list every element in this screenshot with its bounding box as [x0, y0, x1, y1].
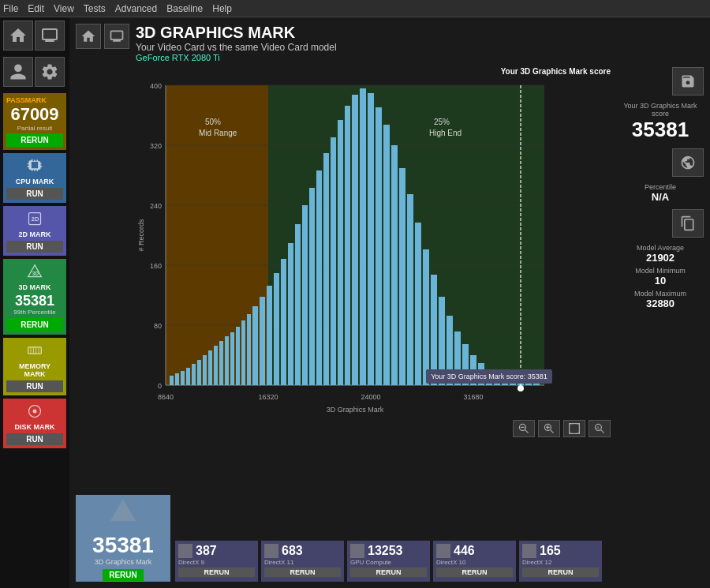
tile-dx11-btn[interactable]: RERUN — [264, 567, 341, 577]
menu-help[interactable]: Help — [212, 3, 232, 14]
svg-rect-58 — [368, 93, 374, 385]
svg-rect-36 — [219, 341, 223, 385]
svg-rect-53 — [331, 137, 336, 385]
tile-dx12-btn[interactable]: RERUN — [522, 567, 599, 577]
model-min-row: Model Minimum 10 — [617, 267, 704, 287]
d2-icon: 2D — [6, 209, 63, 228]
menu-view[interactable]: View — [54, 3, 74, 14]
mem-label: MEMORY MARK — [6, 361, 63, 380]
d2-section: 2D 2D MARK RUN — [3, 206, 66, 256]
cpu-run-btn[interactable]: RUN — [6, 188, 63, 200]
menubar: File Edit View Tests Advanced Baseline H… — [0, 0, 710, 17]
stats-compare-icon[interactable] — [672, 209, 704, 238]
svg-rect-66 — [431, 275, 437, 385]
home-icon[interactable] — [3, 21, 33, 51]
d3-rerun-btn[interactable]: RERUN — [6, 318, 63, 331]
svg-text:High End: High End — [429, 129, 462, 137]
svg-rect-27 — [170, 376, 174, 385]
monitor-icon[interactable] — [35, 21, 65, 51]
svg-rect-43 — [260, 297, 265, 385]
svg-text:2D: 2D — [32, 215, 39, 223]
zoom-controls: A — [76, 420, 611, 437]
svg-rect-33 — [203, 355, 207, 385]
tile-gpu-btn[interactable]: RERUN — [350, 567, 427, 577]
svg-text:50%: 50% — [205, 118, 221, 126]
tile-dx11-top: 683 — [264, 544, 341, 558]
svg-rect-56 — [352, 95, 358, 385]
svg-rect-65 — [423, 249, 429, 385]
svg-rect-28 — [175, 373, 179, 385]
main-layout: PASSMARK 67009 Partial result RERUN CPU … — [0, 17, 710, 588]
sidebar: PASSMARK 67009 Partial result RERUN CPU … — [0, 17, 69, 588]
main-score-label: 3D Graphics Mark — [95, 558, 152, 566]
zoom-out-btn[interactable] — [513, 420, 535, 437]
svg-point-92 — [518, 385, 524, 391]
person-icon[interactable] — [3, 57, 33, 87]
zoom-in-btn[interactable] — [538, 420, 560, 437]
passmark-partial: Partial result — [6, 125, 63, 132]
svg-rect-50 — [309, 188, 315, 385]
d3-percentile: 99th Percentile — [6, 309, 63, 316]
zoom-fit-btn[interactable] — [563, 420, 585, 437]
tile-dx10-label: DirectX 10 — [436, 559, 513, 566]
svg-text:160: 160 — [150, 262, 162, 270]
d2-run-btn[interactable]: RUN — [6, 241, 63, 253]
svg-rect-4 — [28, 347, 42, 354]
svg-rect-54 — [338, 120, 343, 385]
model-max-label: Model Maximum — [617, 290, 704, 298]
svg-text:0: 0 — [158, 382, 162, 390]
menu-baseline[interactable]: Baseline — [166, 3, 203, 14]
header-home-icon[interactable] — [76, 24, 101, 49]
tile-dx10-top: 446 — [436, 544, 513, 558]
svg-text:# Records: # Records — [137, 219, 145, 252]
svg-text:320: 320 — [150, 142, 162, 150]
histogram-chart: 0 80 160 240 320 400 # Records — [76, 77, 611, 417]
mem-run-btn[interactable]: RUN — [6, 380, 63, 392]
cpu-icon — [6, 156, 63, 175]
svg-rect-49 — [302, 205, 308, 385]
sub-tiles: 387 DirectX 9 RERUN 683 DirectX 11 RERUN — [175, 541, 704, 582]
menu-advanced[interactable]: Advanced — [115, 3, 157, 14]
settings-icon[interactable] — [35, 57, 65, 87]
tile-dx11: 683 DirectX 11 RERUN — [261, 541, 344, 582]
svg-text:Mid Range: Mid Range — [199, 129, 237, 137]
tile-dx9-btn[interactable]: RERUN — [178, 567, 255, 577]
chart-svg-wrap: 0 80 160 240 320 400 # Records — [76, 77, 611, 417]
header-monitor-icon[interactable] — [104, 24, 129, 49]
tile-gpu-icon — [350, 544, 364, 558]
svg-text:25%: 25% — [434, 118, 450, 126]
menu-tests[interactable]: Tests — [84, 3, 106, 14]
svg-rect-35 — [214, 346, 218, 385]
page-subtitle: Your Video Card vs the same Video Card m… — [136, 42, 704, 53]
svg-rect-42 — [252, 306, 258, 385]
tile-dx11-score: 683 — [282, 544, 303, 558]
stats-save-icon[interactable] — [672, 67, 704, 96]
mem-section: MEMORY MARK RUN — [3, 338, 66, 395]
svg-text:Your 3D Graphics Mark score: 3: Your 3D Graphics Mark score: 35381 — [431, 373, 547, 380]
main-rerun-btn[interactable]: RERUN — [103, 569, 144, 581]
svg-rect-30 — [186, 368, 190, 385]
menu-file[interactable]: File — [3, 3, 18, 14]
tile-dx9: 387 DirectX 9 RERUN — [175, 541, 258, 582]
tile-gpu-top: 13253 — [350, 544, 427, 558]
svg-text:24000: 24000 — [361, 393, 380, 401]
header-icons — [76, 24, 129, 49]
svg-text:16320: 16320 — [258, 393, 278, 401]
stats-globe-icon[interactable] — [672, 148, 704, 177]
stats-score-box: Your 3D Graphics Mark score 35381 — [617, 102, 704, 142]
svg-rect-29 — [181, 371, 185, 385]
passmark-score: 67009 — [6, 104, 63, 125]
passmark-rerun-btn[interactable]: RERUN — [6, 133, 63, 147]
passmark-section: PASSMARK 67009 Partial result RERUN — [3, 93, 66, 150]
menu-edit[interactable]: Edit — [28, 3, 44, 14]
d2-label: 2D MARK — [6, 229, 63, 240]
tile-dx12-score: 165 — [540, 544, 561, 558]
disk-run-btn[interactable]: RUN — [6, 433, 63, 445]
tile-gpu-score: 13253 — [368, 544, 403, 558]
svg-text:31680: 31680 — [463, 393, 483, 401]
tile-dx10-btn[interactable]: RERUN — [436, 567, 513, 577]
zoom-search-btn[interactable]: A — [589, 420, 611, 437]
d3-section: 3D 3D MARK 35381 99th Percentile RERUN — [3, 259, 66, 335]
svg-text:3D Graphics Mark: 3D Graphics Mark — [327, 406, 384, 414]
percentile-label: Percentile — [617, 183, 704, 191]
